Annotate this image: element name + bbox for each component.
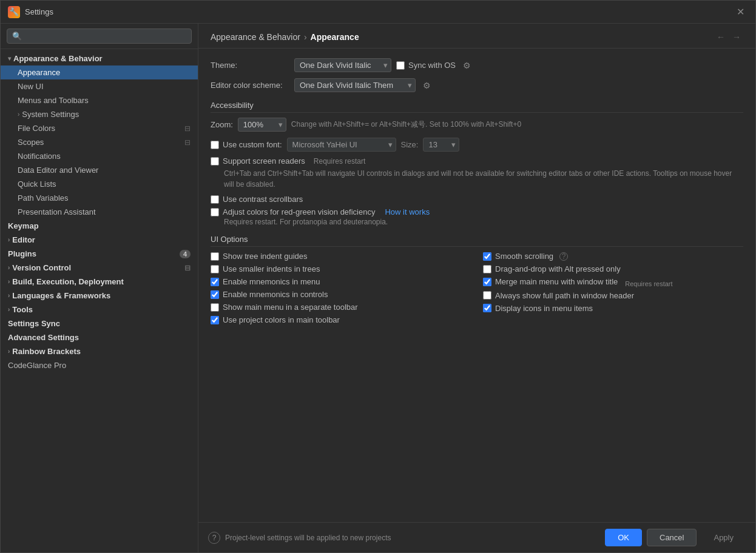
project-colors-toolbar-checkbox[interactable] [211,316,219,324]
drag-drop-alt-checkbox[interactable] [483,265,491,273]
sidebar-item-advanced-settings[interactable]: Advanced Settings [1,330,198,344]
sidebar-item-new-ui[interactable]: New UI [1,79,198,93]
sidebar-item-keymap[interactable]: Keymap [1,219,198,233]
merge-requires-restart: Requires restart [625,280,672,287]
custom-font-checkbox[interactable] [211,141,219,149]
sync-gear-button[interactable]: ⚙ [461,59,473,72]
red-green-row: Adjust colors for red-green vision defic… [211,207,743,216]
ok-button[interactable]: OK [605,529,642,546]
pin-icon: ⊟ [184,124,191,133]
screen-readers-note: Ctrl+Tab and Ctrl+Shift+Tab will navigat… [224,168,743,190]
sidebar-item-system-settings[interactable]: › System Settings [1,107,198,121]
size-select[interactable]: 13 [423,138,459,152]
content-header: Appearance & Behavior › Appearance ← → [198,24,755,49]
how-it-works-link[interactable]: How it works [385,207,430,216]
editor-scheme-gear-button[interactable]: ⚙ [420,79,433,92]
sidebar-item-languages-frameworks[interactable]: › Languages & Frameworks [1,289,198,303]
editor-scheme-select[interactable]: One Dark Vivid Italic Them [294,78,416,92]
caret-icon: › [8,236,10,243]
sidebar-item-appearance[interactable]: Appearance [1,65,198,79]
custom-font-label: Use custom font: [223,140,282,149]
contrast-scrollbars-checkbox[interactable] [211,195,219,204]
font-select[interactable]: Microsoft YaHei UI [287,138,396,152]
sidebar-item-editor[interactable]: › Editor [1,233,198,247]
sidebar-item-path-variables[interactable]: Path Variables [1,191,198,205]
caret-icon: › [18,111,19,118]
opt-show-main-menu-toolbar: Show main menu in a separate toolbar [211,303,471,312]
nav-arrows: ← → [714,31,743,43]
size-select-wrapper: 13 [423,138,459,152]
ui-options-grid: Show tree indent guides Use smaller inde… [211,252,743,328]
ui-options-right: Smooth scrolling ? Drag-and-drop with Al… [483,252,743,328]
screen-readers-checkbox[interactable] [211,157,219,166]
theme-select-wrapper: One Dark Vivid Italic [294,58,391,72]
sidebar-item-codeglance-pro[interactable]: CodeGlance Pro [1,358,198,372]
enable-mnemonics-controls-checkbox[interactable] [211,290,219,299]
sidebar-item-plugins[interactable]: Plugins 4 [1,247,198,261]
sidebar-item-quick-lists[interactable]: Quick Lists [1,177,198,191]
enable-mnemonics-menu-checkbox[interactable] [211,278,219,286]
accessibility-section-title: Accessibility [211,101,743,113]
caret-icon: › [8,306,10,313]
red-green-checkbox[interactable] [211,208,219,216]
editor-scheme-label: Editor color scheme: [211,81,289,90]
smaller-indents-checkbox[interactable] [211,265,219,273]
screen-readers-label: Support screen readers [223,156,305,166]
breadcrumb-current: Appearance [311,32,359,42]
sidebar-item-notifications[interactable]: Notifications [1,149,198,163]
zoom-select-wrapper: 100% [238,118,286,132]
settings-window: 🔧 Settings ✕ ▾ Appearance & Behavior App… [0,0,756,553]
forward-button[interactable]: → [730,31,743,43]
sync-os-checkbox-label[interactable]: Sync with OS [396,61,456,70]
caret-icon: › [8,348,10,355]
help-button[interactable]: ? [208,532,220,544]
opt-always-full-path: Always show full path in window header [483,291,743,300]
zoom-row: Zoom: 100% Change with Alt+Shift+= or Al… [211,118,743,132]
theme-label: Theme: [211,61,289,70]
sidebar-item-menus-toolbars[interactable]: Menus and Toolbars [1,93,198,107]
screen-readers-checkbox-label[interactable]: Support screen readers Requires restart [211,156,743,166]
sidebar-item-scopes[interactable]: Scopes ⊟ [1,135,198,149]
smooth-scrolling-checkbox[interactable] [483,252,491,261]
opt-project-colors-toolbar: Use project colors in main toolbar [211,315,471,324]
red-green-checkbox-label[interactable]: Adjust colors for red-green vision defic… [211,207,375,216]
breadcrumb-separator: › [304,32,307,42]
display-icons-menu-checkbox[interactable] [483,304,491,312]
sidebar-item-rainbow-brackets[interactable]: › Rainbow Brackets [1,344,198,358]
show-main-menu-toolbar-checkbox[interactable] [211,303,219,312]
content-scroll: Theme: One Dark Vivid Italic Sync with O… [198,49,755,522]
sidebar-item-settings-sync[interactable]: Settings Sync [1,317,198,330]
main-content: ▾ Appearance & Behavior Appearance New U… [1,24,755,552]
nav-tree: ▾ Appearance & Behavior Appearance New U… [1,49,198,552]
back-button[interactable]: ← [714,31,727,43]
close-button[interactable]: ✕ [733,5,748,19]
zoom-select[interactable]: 100% [238,118,286,132]
sidebar-item-file-colors[interactable]: File Colors ⊟ [1,121,198,135]
theme-select[interactable]: One Dark Vivid Italic [294,58,391,72]
sidebar-item-tools[interactable]: › Tools [1,303,198,317]
merge-main-menu-checkbox[interactable] [483,278,491,286]
contrast-scrollbars-label[interactable]: Use contrast scrollbars [211,195,303,204]
sync-os-label: Sync with OS [408,61,456,70]
sidebar-item-version-control[interactable]: › Version Control ⊟ [1,261,198,275]
app-icon: 🔧 [8,6,20,18]
font-select-wrapper: Microsoft YaHei UI [287,138,396,152]
caret-icon: › [8,278,10,285]
breadcrumb-parent: Appearance & Behavior [211,32,300,42]
screen-readers-row: Support screen readers Requires restart [211,156,743,166]
ui-options-left: Show tree indent guides Use smaller inde… [211,252,471,328]
apply-button[interactable]: Apply [701,529,746,546]
window-title: Settings [25,7,733,16]
show-tree-indent-checkbox[interactable] [211,252,219,261]
custom-font-checkbox-label[interactable]: Use custom font: [211,140,282,149]
red-green-label: Adjust colors for red-green vision defic… [223,207,375,216]
always-full-path-checkbox[interactable] [483,291,491,300]
cancel-button[interactable]: Cancel [647,529,697,546]
search-input[interactable] [7,28,192,44]
sidebar-item-build-execution[interactable]: › Build, Execution, Deployment [1,275,198,289]
sidebar-item-data-editor[interactable]: Data Editor and Viewer [1,163,198,177]
theme-row: Theme: One Dark Vivid Italic Sync with O… [211,58,743,72]
sidebar-item-appearance-behavior[interactable]: ▾ Appearance & Behavior [1,52,198,65]
sync-os-checkbox[interactable] [396,61,405,70]
sidebar-item-presentation-assistant[interactable]: Presentation Assistant [1,205,198,219]
